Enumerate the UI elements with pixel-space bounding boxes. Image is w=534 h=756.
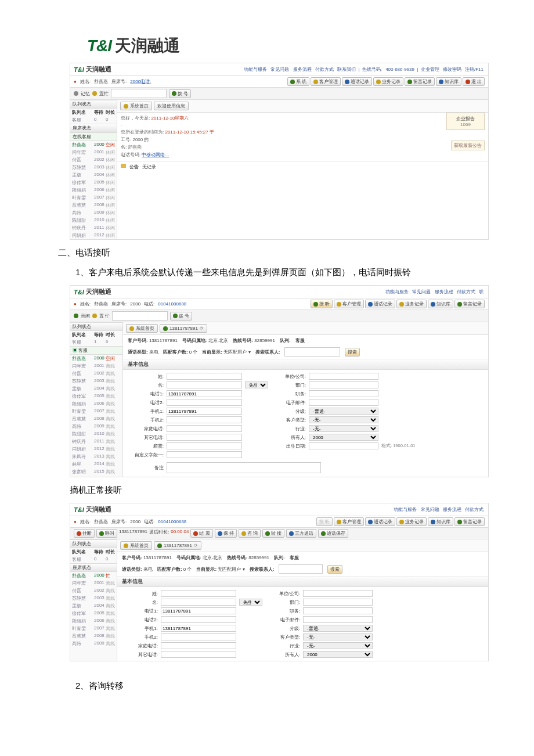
- agent-row[interactable]: 徐传军2005离线: [70, 393, 122, 400]
- link-payment-3[interactable]: 付款方式: [465, 507, 484, 512]
- agent-row[interactable]: 苏静慧2003离线: [70, 595, 117, 602]
- link-contact[interactable]: 联系我们: [337, 67, 356, 72]
- tab-incoming-number[interactable]: 13811787891 ⟳: [160, 324, 207, 333]
- agent-row[interactable]: 高特2009离线: [70, 640, 117, 647]
- search-button[interactable]: 搜索: [345, 348, 360, 357]
- agent-row[interactable]: 舒燕燕2000空闲: [70, 355, 122, 362]
- btn-transfer[interactable]: 转 接: [262, 529, 284, 538]
- tab-customer[interactable]: 客户管理: [311, 77, 341, 86]
- input-post-3[interactable]: [303, 607, 373, 614]
- tab-pickup[interactable]: 接 听: [311, 300, 333, 308]
- agent-row[interactable]: 林星2014离线: [70, 460, 122, 468]
- agent-row[interactable]: 高特2009离线: [70, 423, 122, 430]
- link-features-2[interactable]: 功能与服务: [385, 289, 409, 294]
- panel-get-latest[interactable]: 获取最新公告: [451, 141, 485, 150]
- agent-row[interactable]: 钟庆丹2011休闲: [70, 224, 117, 232]
- agent-row[interactable]: 苏静慧2003离线: [70, 377, 122, 385]
- textarea-remark[interactable]: [167, 462, 321, 473]
- input-birthday[interactable]: [309, 442, 378, 449]
- agent-row[interactable]: 徐传军2005离线: [70, 610, 117, 617]
- btn-busy[interactable]: 置忙: [99, 91, 109, 97]
- val-curr-3[interactable]: 无匹配用户 ▾: [218, 567, 244, 572]
- input-other-phone[interactable]: [167, 434, 242, 441]
- link-flow-3[interactable]: 服务流程: [443, 507, 461, 512]
- tab-kb-2[interactable]: 知识库: [428, 300, 453, 308]
- btn-memo[interactable]: 记忆: [81, 91, 90, 97]
- input-surname-3[interactable]: [161, 590, 236, 597]
- input-tel1[interactable]: [167, 390, 242, 397]
- tab-msg-2[interactable]: 留言记录: [454, 300, 485, 308]
- btn-save-call[interactable]: 通话保存: [318, 529, 348, 538]
- dial-input[interactable]: [111, 89, 167, 98]
- band-queue-3[interactable]: 队列状态: [70, 539, 117, 548]
- band-queue-2[interactable]: 队列状态: [70, 322, 122, 331]
- input-mob1[interactable]: [167, 408, 242, 415]
- btn-conference[interactable]: 三方通话: [286, 529, 316, 538]
- input-name-3[interactable]: [161, 599, 236, 606]
- panel-enterprise-report[interactable]: 企业报告 1069: [446, 113, 485, 130]
- agent-row[interactable]: 陈甜甜2010离线: [70, 430, 122, 438]
- input-mob2[interactable]: [167, 416, 242, 423]
- input-other-phone-3[interactable]: [161, 651, 236, 658]
- btn-call[interactable]: 呼叫: [96, 529, 117, 538]
- agent-row[interactable]: 付磊2002休闲: [70, 156, 117, 164]
- agent-row[interactable]: 舒燕燕2000空闲: [70, 141, 117, 149]
- search-button-3[interactable]: 搜索: [327, 565, 342, 574]
- select-level-3[interactable]: -普通-: [303, 625, 373, 632]
- select-ctype[interactable]: -无-: [309, 416, 378, 423]
- input-custom1[interactable]: [167, 451, 242, 458]
- agent-row[interactable]: 叶青雯2007休闲: [70, 194, 117, 201]
- agent-row[interactable]: 段丽娟2006离线: [70, 400, 122, 408]
- input-mob2-3[interactable]: [161, 633, 236, 640]
- input-email[interactable]: [309, 399, 378, 406]
- tab-bizlog-2[interactable]: 业务记录: [396, 300, 427, 308]
- tab-logout[interactable]: 退 出: [463, 77, 485, 86]
- band-queue[interactable]: 队列状态: [70, 100, 117, 109]
- btn-hold[interactable]: 保 持: [215, 529, 237, 538]
- agent-row[interactable]: 吕慧慧2008离线: [70, 415, 122, 423]
- link-faq-2[interactable]: 常见问题: [412, 289, 431, 294]
- phone-value[interactable]: 中移动网络...: [142, 152, 169, 157]
- band-online-2[interactable]: ▣ 客服: [70, 346, 122, 355]
- btn-end[interactable]: 结 束: [190, 529, 212, 538]
- contact-search-input-3[interactable]: [279, 564, 323, 574]
- tab-calllog-2[interactable]: 通话记录: [365, 300, 395, 308]
- contact-search-input[interactable]: [284, 347, 340, 357]
- input-mob1-3[interactable]: [161, 625, 236, 632]
- link-faq[interactable]: 常见问题: [270, 67, 289, 72]
- tab-customer-3[interactable]: 客户管理: [334, 517, 364, 526]
- agent-row[interactable]: 吕慧慧2008休闲: [70, 201, 117, 209]
- agent-row[interactable]: 舒燕燕2000忙: [70, 572, 117, 579]
- input-post[interactable]: [309, 390, 378, 397]
- agent-row[interactable]: 叶青雯2007离线: [70, 625, 117, 632]
- agent-row[interactable]: 钟庆丹2011离线: [70, 438, 122, 445]
- input-email-3[interactable]: [303, 616, 373, 623]
- agent-row[interactable]: 闫年宏2001离线: [70, 579, 117, 587]
- input-home-phone-3[interactable]: [161, 642, 236, 649]
- dial-input-2[interactable]: [112, 311, 168, 321]
- btn-consult[interactable]: 咨 询: [239, 529, 261, 538]
- input-home-phone[interactable]: [167, 425, 242, 432]
- agent-row[interactable]: 高特2009休闲: [70, 209, 117, 217]
- agent-row[interactable]: 孟极2004离线: [70, 385, 122, 393]
- link-features-3[interactable]: 功能与服务: [394, 507, 417, 512]
- link-changepwd[interactable]: 修改密码: [443, 67, 461, 72]
- agent-row[interactable]: 段丽娟2006离线: [70, 617, 117, 625]
- val-curr[interactable]: 无匹配用户 ▾: [223, 350, 250, 355]
- select-owner-3[interactable]: 2000: [303, 651, 373, 658]
- dial-button[interactable]: 拨 号: [169, 89, 191, 98]
- agent-row[interactable]: 张富明2015离线: [70, 468, 122, 476]
- select-title[interactable]: 先生: [245, 381, 268, 388]
- agent-row[interactable]: 陈甜甜2010休闲: [70, 217, 117, 224]
- agent-row[interactable]: 闫妍妍2012离线: [70, 445, 122, 453]
- tab-call-number-3[interactable]: 13811787891 ⟳: [154, 541, 201, 550]
- agent-row[interactable]: 闫妍妍2012休闲: [70, 232, 117, 239]
- agent-row[interactable]: 闫年宏2001休闲: [70, 149, 117, 156]
- tab-customer-2[interactable]: 客户管理: [334, 300, 364, 308]
- select-industry[interactable]: -无-: [309, 425, 378, 432]
- link-admin[interactable]: 企业管理: [421, 67, 439, 72]
- tab-bizlog-3[interactable]: 业务记录: [396, 517, 427, 526]
- tab-home[interactable]: 系统首页: [120, 102, 152, 110]
- band-seat[interactable]: 座席状态: [70, 124, 117, 132]
- input-surname[interactable]: [167, 373, 242, 380]
